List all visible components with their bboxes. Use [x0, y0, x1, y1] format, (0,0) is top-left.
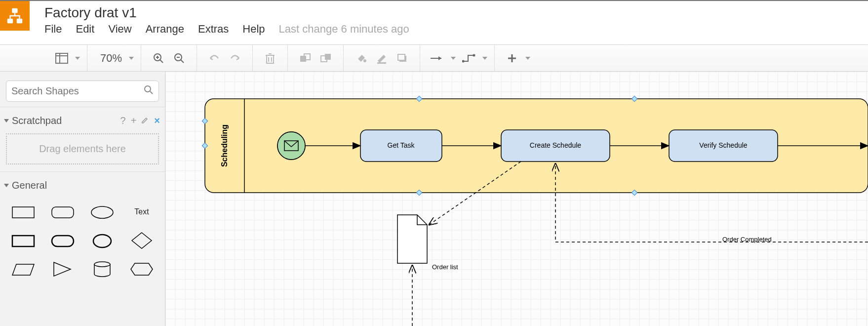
fill-color-button[interactable]: [353, 50, 369, 67]
svg-point-38: [94, 262, 110, 267]
scratchpad-close-icon[interactable]: ×: [154, 115, 160, 126]
shape-parallelogram[interactable]: [5, 257, 41, 281]
artifact-order-list[interactable]: Order list: [397, 215, 458, 271]
line-color-button[interactable]: [373, 50, 390, 67]
scratchpad-dropzone[interactable]: Drag elements here: [6, 133, 159, 164]
svg-point-30: [145, 86, 151, 92]
shape-rectangle-2[interactable]: [5, 229, 41, 252]
scratchpad-help-icon[interactable]: ?: [120, 115, 126, 126]
task-create-schedule[interactable]: Create Schedule: [501, 130, 610, 162]
svg-point-26: [473, 54, 475, 56]
svg-point-27: [462, 60, 465, 62]
general-header[interactable]: General: [0, 171, 165, 196]
shape-ellipse-wide[interactable]: [84, 200, 120, 224]
svg-point-37: [93, 235, 111, 247]
svg-point-34: [91, 206, 113, 218]
shape-text[interactable]: Text: [123, 200, 160, 224]
order-list-label: Order list: [432, 263, 458, 271]
shape-cylinder[interactable]: [84, 257, 120, 281]
task-verify-schedule[interactable]: Verify Schedule: [669, 130, 778, 162]
svg-line-11: [181, 60, 184, 63]
svg-rect-36: [52, 236, 74, 246]
svg-rect-23: [377, 62, 386, 64]
task-get-task[interactable]: Get Task: [360, 130, 442, 162]
svg-line-31: [150, 91, 153, 94]
menu-edit[interactable]: Edit: [76, 23, 94, 36]
task-create-schedule-label: Create Schedule: [530, 141, 582, 149]
svg-rect-18: [300, 56, 306, 62]
shape-diamond[interactable]: [123, 229, 160, 252]
svg-point-22: [363, 59, 366, 62]
menu-file[interactable]: File: [44, 23, 62, 36]
svg-rect-2: [17, 19, 22, 24]
redo-button[interactable]: [227, 50, 243, 67]
svg-rect-0: [12, 8, 17, 13]
svg-rect-3: [56, 53, 68, 63]
task-verify-schedule-label: Verify Schedule: [699, 141, 747, 149]
order-completed-label: Order Completed: [722, 236, 772, 243]
svg-rect-33: [52, 207, 74, 218]
svg-rect-13: [267, 55, 274, 63]
menubar: File Edit View Arrange Extras Help Last …: [44, 23, 409, 36]
sidebar: Scratchpad ? + × Drag elements here Gene…: [0, 72, 165, 326]
layout-panels-button[interactable]: [53, 50, 70, 67]
svg-rect-20: [325, 54, 331, 60]
shape-palette: Text: [0, 196, 165, 285]
search-icon[interactable]: [144, 85, 154, 97]
menu-extras[interactable]: Extras: [198, 23, 229, 36]
shape-rectangle[interactable]: [5, 200, 41, 224]
insert-dropdown-icon[interactable]: [525, 57, 530, 60]
connection-dropdown-icon[interactable]: [451, 57, 456, 60]
toolbar: 70%: [0, 44, 868, 72]
waypoint-style-button[interactable]: [461, 50, 477, 67]
connection-style-button[interactable]: [429, 50, 446, 67]
shape-hexagon[interactable]: [123, 257, 160, 281]
undo-button[interactable]: [206, 50, 223, 67]
search-input[interactable]: [11, 85, 144, 97]
waypoint-dropdown-icon[interactable]: [482, 57, 487, 60]
menu-view[interactable]: View: [108, 23, 131, 36]
to-back-button[interactable]: [317, 50, 334, 67]
delete-button[interactable]: [262, 50, 278, 67]
svg-point-48: [277, 132, 305, 160]
zoom-dropdown-icon[interactable]: [129, 57, 134, 60]
svg-rect-1: [7, 19, 13, 24]
shape-rounded-rectangle[interactable]: [44, 200, 81, 224]
layout-dropdown-icon[interactable]: [75, 57, 80, 60]
zoom-in-button[interactable]: [150, 50, 167, 67]
title-area: Factory drat v1 File Edit View Arrange E…: [30, 1, 409, 36]
caret-down-icon: [4, 119, 9, 122]
main: Scratchpad ? + × Drag elements here Gene…: [0, 72, 868, 326]
task-get-task-label: Get Task: [388, 141, 415, 149]
header: Factory drat v1 File Edit View Arrange E…: [0, 0, 868, 44]
to-front-button[interactable]: [297, 50, 314, 67]
search-shapes-box[interactable]: [6, 81, 159, 102]
shape-ellipse[interactable]: [84, 229, 120, 252]
menu-help[interactable]: Help: [242, 23, 265, 36]
app-logo[interactable]: [0, 1, 30, 31]
scratchpad-label: Scratchpad: [12, 115, 62, 126]
insert-button[interactable]: [504, 50, 520, 67]
general-label: General: [12, 180, 47, 191]
pool-label: Scheduling: [220, 124, 229, 167]
last-change-label: Last change 6 minutes ago: [279, 23, 409, 36]
zoom-out-button[interactable]: [171, 50, 188, 67]
shape-rounded-rectangle-2[interactable]: [44, 229, 81, 252]
zoom-level[interactable]: 70%: [94, 52, 126, 65]
text-shape-label: Text: [134, 207, 149, 216]
svg-rect-32: [12, 207, 34, 218]
document-title[interactable]: Factory drat v1: [44, 1, 409, 23]
svg-rect-24: [398, 54, 405, 60]
scratchpad-edit-icon[interactable]: [141, 115, 149, 126]
shape-triangle[interactable]: [44, 257, 81, 281]
scratchpad-header[interactable]: Scratchpad ? + ×: [0, 107, 165, 131]
menu-arrange[interactable]: Arrange: [146, 23, 184, 36]
shadow-button[interactable]: [394, 50, 411, 67]
svg-line-7: [160, 60, 163, 63]
svg-rect-35: [12, 236, 34, 246]
canvas[interactable]: Scheduling Get Task: [165, 72, 868, 326]
caret-down-icon: [4, 184, 9, 187]
scratchpad-add-icon[interactable]: +: [131, 115, 137, 126]
start-message-event[interactable]: [277, 132, 305, 160]
